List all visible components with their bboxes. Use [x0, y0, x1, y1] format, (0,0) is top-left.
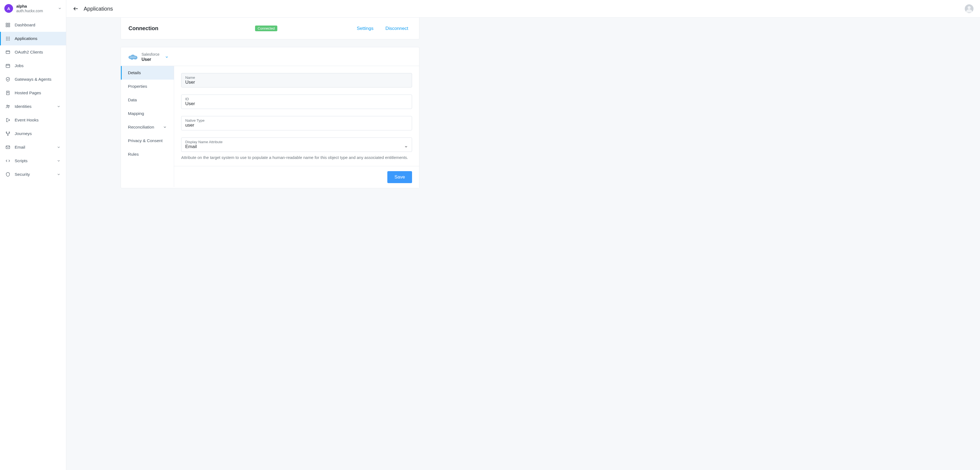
- back-button[interactable]: [73, 6, 79, 12]
- svg-point-5: [8, 37, 8, 38]
- svg-point-9: [9, 38, 10, 39]
- tenant-avatar: A: [4, 4, 13, 13]
- chevron-down-icon: [57, 105, 60, 108]
- object-dropdown[interactable]: [165, 55, 169, 59]
- shield-check-icon: [5, 77, 10, 82]
- tab-label: Properties: [128, 84, 147, 89]
- svg-point-10: [6, 40, 7, 40]
- save-button[interactable]: Save: [387, 171, 412, 183]
- tab-reconciliation[interactable]: Reconciliation: [121, 120, 174, 134]
- tab-label: Privacy & Consent: [128, 138, 163, 143]
- sidebar-item-security[interactable]: Security: [0, 167, 66, 181]
- tab-label: Data: [128, 97, 137, 102]
- object-header: salesforce Salesforce User: [121, 47, 419, 66]
- browser-icon: [5, 50, 10, 54]
- svg-point-22: [7, 105, 8, 107]
- sidebar-item-event-hooks[interactable]: Event Hooks: [0, 113, 66, 127]
- chevron-down-icon: [58, 6, 62, 10]
- sidebar-item-gateways-agents[interactable]: Gateways & Agents: [0, 73, 66, 86]
- svg-point-12: [9, 40, 10, 40]
- chevron-down-icon[interactable]: [404, 145, 408, 148]
- user-avatar[interactable]: [965, 4, 974, 13]
- disconnect-button[interactable]: Disconnect: [382, 26, 412, 31]
- svg-point-27: [8, 135, 8, 135]
- tenant-name: alpha: [16, 4, 55, 9]
- sidebar-item-journeys[interactable]: Journeys: [0, 127, 66, 140]
- detail-tabs: DetailsPropertiesDataMappingReconciliati…: [121, 66, 174, 187]
- mail-icon: [5, 145, 10, 150]
- id-label: ID: [185, 97, 408, 101]
- connection-card: Connection Connected Settings Disconnect: [121, 18, 419, 40]
- sidebar-item-label: Jobs: [15, 63, 60, 68]
- svg-rect-2: [6, 25, 7, 27]
- tab-label: Reconciliation: [128, 125, 154, 130]
- sidebar-item-label: Journeys: [15, 131, 60, 136]
- tab-privacy-consent[interactable]: Privacy & Consent: [121, 134, 174, 148]
- sidebar-item-label: Applications: [15, 36, 60, 41]
- sidebar-item-label: Gateways & Agents: [15, 77, 60, 82]
- tab-data[interactable]: Data: [121, 93, 174, 107]
- apps-icon: [5, 36, 10, 41]
- sidebar-item-label: Hosted Pages: [15, 91, 60, 96]
- sidebar-item-jobs[interactable]: Jobs: [0, 59, 66, 73]
- sidebar-item-label: Dashboard: [15, 22, 60, 27]
- chevron-down-icon: [163, 125, 167, 129]
- id-input[interactable]: [185, 101, 408, 107]
- sidebar-item-dashboard[interactable]: Dashboard: [0, 18, 66, 32]
- tab-label: Rules: [128, 152, 139, 157]
- object-provider: Salesforce: [142, 52, 159, 57]
- svg-point-25: [6, 132, 7, 132]
- name-label: Name: [185, 75, 408, 80]
- name-field: Name: [181, 73, 412, 88]
- tab-details[interactable]: Details: [121, 66, 174, 80]
- display-name-attribute-field[interactable]: Display Name Attribute Email: [181, 137, 412, 152]
- chevron-down-icon: [57, 145, 60, 149]
- sidebar-item-email[interactable]: Email: [0, 140, 66, 154]
- tab-label: Mapping: [128, 111, 144, 116]
- chevron-down-icon: [57, 159, 60, 163]
- page-title: Applications: [84, 6, 960, 12]
- connection-title: Connection: [129, 25, 158, 32]
- sidebar-item-identities[interactable]: Identities: [0, 100, 66, 113]
- svg-point-6: [9, 37, 10, 38]
- sidebar-item-oauth2-clients[interactable]: OAuth2 Clients: [0, 45, 66, 59]
- svg-point-7: [6, 38, 7, 39]
- sidebar-item-label: OAuth2 Clients: [15, 50, 60, 54]
- svg-point-4: [6, 37, 7, 38]
- form-footer: Save: [174, 166, 419, 188]
- native-type-input[interactable]: [185, 123, 408, 128]
- svg-rect-15: [6, 64, 10, 68]
- object-card: salesforce Salesforce User DetailsProper…: [121, 47, 419, 188]
- object-name: User: [142, 57, 159, 62]
- display-name-attribute-value: Email: [185, 144, 404, 150]
- shield-icon: [5, 172, 10, 177]
- svg-rect-1: [8, 23, 10, 24]
- sidebar-item-applications[interactable]: Applications: [0, 32, 66, 45]
- sidebar-item-label: Identities: [15, 104, 52, 109]
- display-name-attribute-help: Attribute on the target system to use to…: [181, 155, 412, 160]
- id-field[interactable]: ID: [181, 94, 412, 109]
- tenant-switcher[interactable]: A alpha auth.huckx.com: [0, 0, 66, 17]
- sidebar-item-scripts[interactable]: Scripts: [0, 154, 66, 167]
- tab-mapping[interactable]: Mapping: [121, 107, 174, 120]
- tab-rules[interactable]: Rules: [121, 148, 174, 161]
- calendar-icon: [5, 63, 10, 68]
- connection-status-badge: Connected: [255, 25, 278, 31]
- dashboard-icon: [5, 22, 10, 27]
- route-icon: [5, 131, 10, 136]
- sidebar-item-label: Security: [15, 172, 52, 177]
- svg-point-23: [8, 105, 10, 107]
- tab-properties[interactable]: Properties: [121, 80, 174, 93]
- settings-button[interactable]: Settings: [353, 26, 377, 31]
- sidebar-item-hosted-pages[interactable]: Hosted Pages: [0, 86, 66, 100]
- svg-point-26: [9, 132, 10, 132]
- svg-point-11: [8, 40, 8, 40]
- tenant-domain: auth.huckx.com: [16, 9, 55, 13]
- exit-icon: [5, 118, 10, 123]
- svg-text:salesforce: salesforce: [130, 56, 136, 58]
- people-icon: [5, 104, 10, 109]
- native-type-field[interactable]: Native Type: [181, 116, 412, 131]
- sidebar-item-label: Scripts: [15, 158, 52, 163]
- svg-point-8: [8, 38, 8, 39]
- main: Applications Connection Connected Settin…: [66, 0, 980, 470]
